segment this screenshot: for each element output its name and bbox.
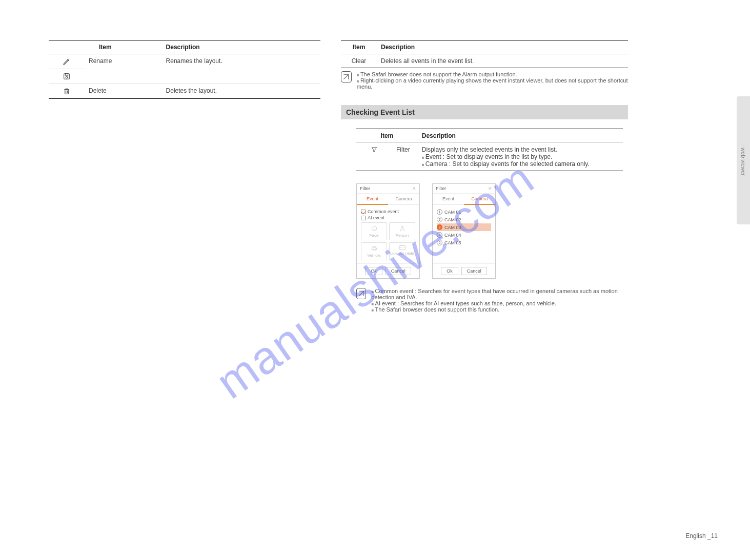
row-clear: Clear Deletes all events in the event li…: [341, 54, 628, 68]
filter-desc-line2: Camera : Set to display events for the s…: [425, 160, 590, 168]
svg-point-4: [372, 226, 376, 231]
svg-rect-1: [65, 74, 68, 75]
side-tab: · web viewer: [737, 96, 750, 224]
camera-list: 1CAM 01 2CAM 02 3CAM 03 4CAM 04 5CAM 05: [437, 208, 491, 246]
check-ai-event[interactable]: AI event: [361, 215, 415, 220]
row-filter: Filter Displays only the selected events…: [356, 143, 623, 171]
cam-item-5[interactable]: 5CAM 05: [437, 239, 491, 246]
cam-item-4[interactable]: 4CAM 04: [437, 231, 491, 239]
page-number: _11: [707, 532, 718, 540]
filter-dialog-camera: Filter ✕ Event Camera 1CAM 01 2CAM 02 3C…: [432, 183, 496, 279]
cell-rename-desc: Renames the layout.: [162, 54, 320, 84]
svg-point-8: [375, 250, 376, 251]
svg-point-2: [66, 76, 67, 78]
tab-event-2[interactable]: Event: [433, 194, 464, 204]
footer-text: English: [685, 532, 705, 540]
cam-item-3[interactable]: 3CAM 03: [437, 223, 491, 231]
th-desc-f: Description: [418, 129, 623, 143]
floppy-icon: [49, 69, 85, 84]
note-2: Common event : Searches for event types …: [356, 288, 628, 313]
close-icon[interactable]: ✕: [412, 186, 416, 191]
filter-table: Item Description Filter Displays only th…: [356, 129, 623, 171]
clear-table: Item Description Clear Deletes all event…: [341, 40, 628, 68]
tab-camera-2[interactable]: Camera: [464, 194, 495, 205]
note2-line2: AI event : Searches for AI event types s…: [371, 300, 628, 306]
cell-filter-label: Filter: [392, 143, 418, 171]
trash-icon: [49, 84, 85, 99]
svg-rect-3: [65, 90, 69, 94]
note-icon: [356, 288, 366, 299]
right-column: Item Description Clear Deletes all event…: [341, 40, 628, 313]
th-desc: Description: [162, 40, 320, 54]
filter-desc-line1: Event : Set to display events in the lis…: [425, 153, 552, 160]
svg-point-7: [372, 250, 373, 251]
note-1: The Safari browser does not support the …: [341, 71, 628, 90]
close-icon[interactable]: ✕: [488, 186, 492, 191]
cell-delete-label: Delete: [85, 84, 162, 99]
tab-camera[interactable]: Camera: [388, 194, 419, 204]
check-common-event[interactable]: Common event: [361, 209, 415, 214]
footer: English _11: [685, 532, 719, 540]
tab-event[interactable]: Event: [357, 194, 388, 205]
cell-rename-label: Rename: [85, 54, 162, 84]
row-delete: Delete Deletes the layout.: [49, 84, 320, 99]
th-desc-r: Description: [377, 40, 628, 54]
section-title: Checking Event List: [341, 105, 628, 119]
note-icon: [341, 71, 352, 82]
filter-dialog-event: Filter ✕ Event Camera Common event AI ev…: [356, 183, 420, 279]
cell-clear-desc: Deletes all events in the event list.: [377, 54, 628, 68]
note2-line1: Common event : Searches for event types …: [371, 288, 628, 300]
cell-filter-desc: Displays only the selected events in the…: [418, 143, 623, 171]
tile-person[interactable]: Person: [389, 222, 415, 240]
th-item: Item: [49, 40, 162, 54]
filter-title-event: Filter: [360, 186, 370, 191]
cam-item-1[interactable]: 1CAM 01: [437, 208, 491, 216]
svg-point-5: [401, 226, 403, 228]
tile-license-plate[interactable]: License plate: [389, 242, 415, 260]
tile-vehicle[interactable]: Vehicle: [361, 242, 387, 260]
layout-actions-table: Item Description Rename Renames the layo…: [49, 40, 320, 99]
note1-line2: Right-clicking on a video currently play…: [357, 77, 628, 90]
ok-button-2[interactable]: Ok: [441, 267, 458, 275]
cancel-button-2[interactable]: Cancel: [461, 267, 487, 275]
svg-rect-6: [372, 248, 376, 250]
th-item-r: Item: [341, 40, 377, 54]
note2-line3: The Safari browser does not support this…: [371, 306, 628, 313]
pencil-icon: [49, 54, 85, 69]
tile-face[interactable]: Face: [361, 222, 387, 240]
cam-item-2[interactable]: 2CAM 02: [437, 216, 491, 223]
cancel-button[interactable]: Cancel: [386, 267, 411, 275]
filter-title-camera: Filter: [436, 186, 446, 191]
row-rename: Rename Renames the layout.: [49, 54, 320, 69]
funnel-icon: [356, 143, 392, 171]
cell-delete-desc: Deletes the layout.: [162, 84, 320, 99]
th-item-f: Item: [356, 129, 418, 143]
left-column: Item Description Rename Renames the layo…: [49, 40, 320, 99]
ok-button[interactable]: Ok: [365, 267, 382, 275]
filter-desc-line0: Displays only the selected events in the…: [422, 146, 619, 153]
cell-clear-label: Clear: [341, 54, 377, 68]
note1-line1: The Safari browser does not support the …: [357, 71, 628, 77]
